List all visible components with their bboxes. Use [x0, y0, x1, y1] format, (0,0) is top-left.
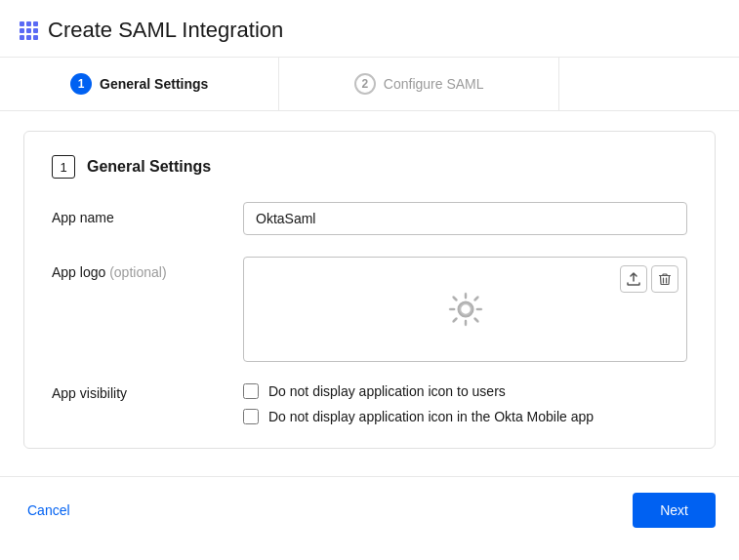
- delete-logo-button[interactable]: [651, 265, 678, 293]
- visibility-option-1-row: Do not display application icon to users: [243, 383, 594, 399]
- page-header: Create SAML Integration: [0, 0, 739, 58]
- app-name-label: App name: [52, 202, 227, 225]
- logo-upload-area[interactable]: [243, 257, 687, 362]
- app-logo-row: App logo (optional): [52, 257, 687, 362]
- card-title: General Settings: [87, 158, 211, 176]
- gear-placeholder: [446, 290, 485, 329]
- step-3: [559, 58, 739, 110]
- visibility-option-2-row: Do not display application icon in the O…: [243, 409, 594, 424]
- next-button[interactable]: Next: [633, 493, 716, 528]
- app-visibility-label: App visibility: [52, 383, 227, 401]
- visibility-option-1-label: Do not display application icon to users: [268, 383, 506, 399]
- trash-icon: [658, 272, 672, 286]
- visibility-option-2-label: Do not display application icon in the O…: [268, 409, 594, 424]
- card-header: 1 General Settings: [52, 155, 687, 179]
- visibility-option-1-checkbox[interactable]: [243, 383, 259, 399]
- footer: Cancel Next: [0, 476, 739, 543]
- apps-grid-icon: [20, 21, 38, 40]
- step-1-label: General Settings: [100, 76, 208, 92]
- app-name-row: App name: [52, 202, 687, 235]
- app-logo-label: App logo (optional): [52, 257, 227, 280]
- step-2[interactable]: 2 Configure SAML: [279, 58, 558, 110]
- visibility-options: Do not display application icon to users…: [243, 383, 594, 424]
- logo-actions: [620, 265, 678, 293]
- step-1-circle: 1: [70, 73, 92, 95]
- card-number: 1: [52, 155, 75, 179]
- main-content: 1 General Settings App name App logo (op…: [0, 111, 739, 468]
- page-title: Create SAML Integration: [48, 18, 283, 43]
- app-logo-control: [243, 257, 687, 362]
- upload-icon: [627, 272, 640, 286]
- app-visibility-row: App visibility Do not display applicatio…: [52, 383, 687, 424]
- step-2-label: Configure SAML: [384, 76, 484, 92]
- upload-logo-button[interactable]: [620, 265, 647, 293]
- gear-icon-display: [446, 290, 485, 329]
- visibility-option-2-checkbox[interactable]: [243, 409, 259, 424]
- cancel-button[interactable]: Cancel: [23, 495, 74, 526]
- settings-card: 1 General Settings App name App logo (op…: [23, 131, 716, 449]
- steps-bar: 1 General Settings 2 Configure SAML: [0, 58, 739, 111]
- step-1[interactable]: 1 General Settings: [0, 58, 279, 110]
- app-name-control: [243, 202, 687, 235]
- optional-text: (optional): [109, 264, 166, 280]
- app-name-input[interactable]: [243, 202, 687, 235]
- step-2-circle: 2: [354, 73, 376, 95]
